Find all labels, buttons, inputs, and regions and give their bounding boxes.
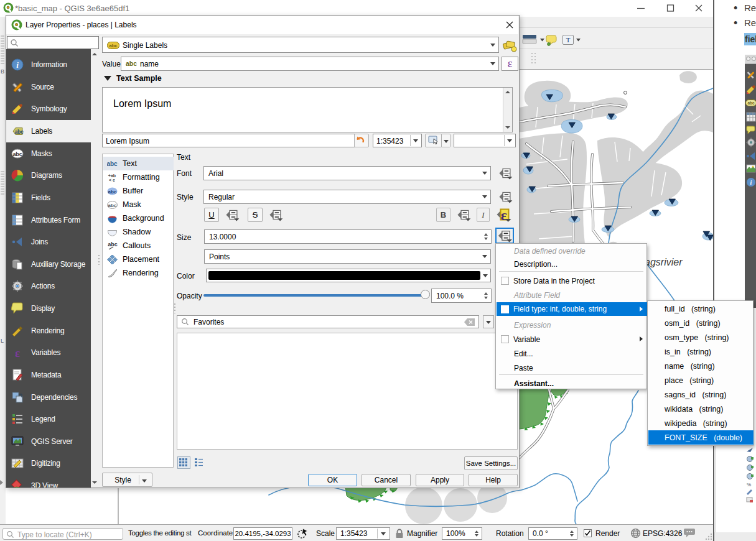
svg-text:abc: abc: [107, 160, 118, 167]
svg-text:abc: abc: [747, 101, 755, 105]
svg-text:i: i: [16, 60, 19, 70]
svg-text:agsrivier: agsrivier: [645, 257, 683, 267]
svg-text:T: T: [566, 36, 571, 44]
svg-text:i: i: [750, 179, 752, 186]
svg-text:abc: abc: [108, 188, 117, 194]
svg-text:ε: ε: [501, 207, 507, 223]
svg-text:abc: abc: [108, 202, 117, 208]
svg-text:%: %: [747, 482, 751, 488]
svg-text:abc: abc: [108, 241, 118, 247]
svg-text:< c: < c: [109, 178, 115, 182]
svg-text:+ab: +ab: [108, 173, 116, 178]
svg-text:ε: ε: [15, 346, 20, 359]
svg-text:abc: abc: [110, 43, 118, 49]
svg-text:abc: abc: [13, 151, 22, 157]
svg-text:abc: abc: [14, 129, 24, 135]
